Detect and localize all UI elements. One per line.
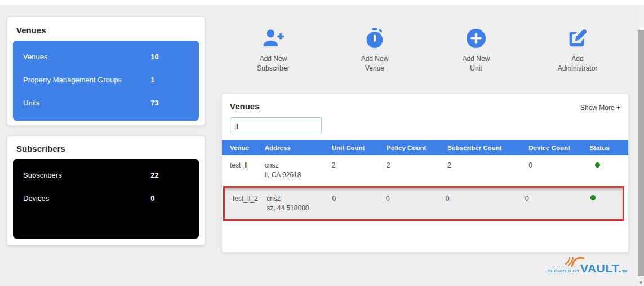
secured-by-vault-logo: SECURED BY VAULT. TM: [547, 262, 627, 275]
venue-search-input[interactable]: [230, 117, 322, 134]
scrollbar-down-arrow-icon[interactable]: ▼: [638, 280, 644, 285]
stat-label: Venues: [23, 52, 47, 61]
venues-stat-panel: Venues 10 Property Management Groups 1 U…: [13, 41, 199, 121]
scrollbar-thumb[interactable]: [638, 30, 644, 276]
action-label-line1: Add New: [361, 55, 389, 63]
venues-summary-card: Venues Venues 10 Property Management Gro…: [7, 17, 205, 126]
cell-address: cnsz sz, 44 518000: [267, 188, 332, 219]
add-administrator-button[interactable]: Add Administrator: [527, 26, 628, 77]
column-header-policy-count[interactable]: Policy Count: [387, 144, 447, 151]
venues-table-card: Venues Show More + Venue Address Unit Co…: [221, 93, 629, 253]
table-header-row: Venue Address Unit Count Policy Count Su…: [222, 140, 628, 155]
address-line1: cnsz: [265, 161, 279, 169]
status-dot-green: [595, 162, 600, 168]
vault-swoosh-icon: [545, 255, 585, 272]
cell-device-count: 0: [525, 188, 585, 219]
table-head-bar: Venues Show More +: [222, 94, 628, 112]
stat-row-devices[interactable]: Devices 0: [13, 187, 199, 210]
cell-venue: test_ll: [222, 155, 265, 186]
column-header-venue[interactable]: Venue: [222, 144, 265, 151]
person-plus-icon: [262, 26, 285, 51]
stat-row-venues[interactable]: Venues 10: [13, 45, 199, 68]
vault-brand-text: VAULT.: [580, 262, 621, 275]
address-line2: sz, 44 518000: [267, 204, 309, 212]
stat-value: 10: [150, 52, 158, 61]
stat-value: 22: [150, 171, 158, 179]
vault-wordmark: VAULT.: [580, 262, 621, 275]
action-label: Add Administrator: [558, 54, 598, 73]
cell-unit-count: 0: [332, 188, 386, 219]
action-label: Add New Subscriber: [257, 54, 289, 73]
address-line1: cnsz: [267, 195, 281, 203]
stat-row-units[interactable]: Units 73: [13, 91, 199, 115]
action-label-line2: Unit: [470, 64, 482, 72]
stat-row-property-management-groups[interactable]: Property Management Groups 1: [13, 68, 199, 91]
status-dot-green: [590, 195, 596, 200]
stat-label: Property Management Groups: [23, 76, 122, 84]
cell-status: [589, 155, 628, 186]
show-more-link[interactable]: Show More +: [580, 104, 620, 112]
column-header-subscriber-count[interactable]: Subscriber Count: [447, 144, 528, 151]
subscribers-summary-card: Subscribers Subscribers 22 Devices 0: [7, 135, 205, 245]
table-row-highlighted[interactable]: test_ll_2 cnsz sz, 44 518000 0 0 0 0: [223, 186, 624, 221]
cell-subscriber-count: 2: [447, 155, 528, 186]
stat-label: Devices: [23, 194, 49, 203]
add-new-venue-button[interactable]: Add New Venue: [324, 26, 425, 77]
stat-value: 73: [150, 99, 158, 107]
cell-unit-count: 2: [332, 155, 387, 186]
stat-value: 1: [150, 76, 154, 84]
cell-device-count: 0: [528, 155, 589, 186]
scrollbar-track[interactable]: ▼: [638, 5, 644, 286]
action-label-line2: Administrator: [558, 64, 598, 72]
table-title: Venues: [230, 102, 260, 111]
add-new-unit-button[interactable]: Add New Unit: [425, 26, 527, 77]
stopwatch-icon: [363, 26, 386, 51]
subscribers-stat-panel: Subscribers 22 Devices 0: [13, 159, 199, 239]
action-label-line2: Venue: [365, 64, 384, 72]
action-label-line2: Subscriber: [257, 64, 289, 72]
cell-subscriber-count: 0: [446, 188, 525, 219]
quick-actions-bar: Add New Subscriber Add New Venue: [223, 26, 628, 77]
cell-address: cnsz ll, CA 92618: [265, 155, 332, 186]
trademark-text: TM: [622, 270, 627, 273]
column-header-unit-count[interactable]: Unit Count: [332, 144, 387, 151]
subscribers-card-title: Subscribers: [7, 136, 205, 159]
action-label: Add New Venue: [361, 54, 389, 73]
action-label-line1: Add New: [260, 55, 287, 63]
column-header-status[interactable]: Status: [589, 144, 628, 151]
venues-card-title: Venues: [7, 17, 205, 41]
table-row[interactable]: test_ll cnsz ll, CA 92618 2 2 2 0: [222, 155, 628, 186]
stat-label: Units: [23, 99, 40, 107]
action-label-line1: Add: [571, 55, 583, 63]
edit-square-icon: [566, 26, 589, 51]
column-header-device-count[interactable]: Device Count: [528, 144, 589, 151]
cell-policy-count: 0: [386, 188, 446, 219]
top-white-strip: [0, 0, 644, 5]
cell-status: [585, 188, 623, 219]
stat-value: 0: [150, 194, 154, 203]
action-label-line1: Add New: [463, 55, 490, 63]
address-line2: ll, CA 92618: [265, 171, 301, 179]
stat-row-subscribers[interactable]: Subscribers 22: [13, 164, 199, 187]
cell-venue: test_ll_2: [225, 188, 267, 219]
action-label: Add New Unit: [463, 54, 490, 73]
column-header-address[interactable]: Address: [265, 144, 332, 151]
stat-label: Subscribers: [23, 171, 62, 179]
plus-circle-icon: [465, 26, 487, 51]
add-new-subscriber-button[interactable]: Add New Subscriber: [223, 26, 324, 77]
cell-policy-count: 2: [387, 155, 447, 186]
